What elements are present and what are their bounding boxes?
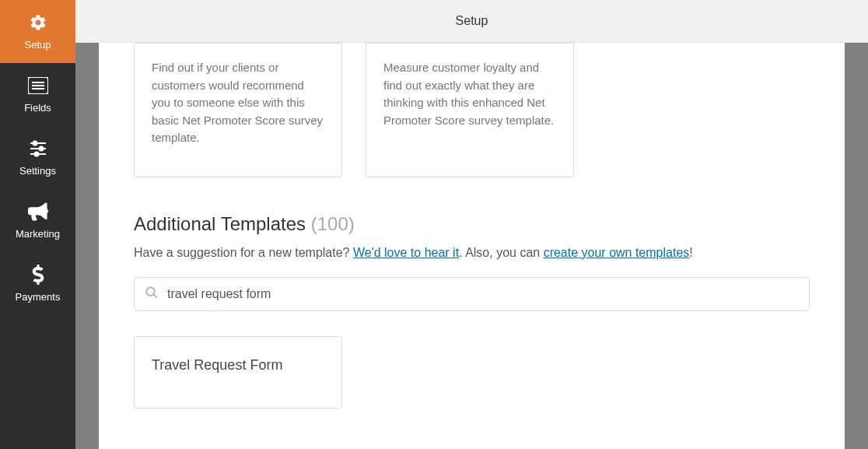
create-own-templates-link[interactable]: create your own templates (544, 246, 690, 259)
additional-templates-subtext: Have a suggestion for a new template? We… (134, 246, 810, 260)
suggestion-link[interactable]: We'd love to hear it (353, 246, 459, 259)
search-icon (145, 286, 159, 303)
gear-icon (28, 12, 48, 33)
template-card[interactable]: Measure customer loyalty and find out ex… (366, 43, 574, 177)
svg-line-11 (153, 294, 157, 298)
content-area: Find out if your clients or customers wo… (99, 43, 845, 449)
templates-count: (100) (311, 213, 355, 234)
template-card-description: Find out if your clients or customers wo… (152, 59, 324, 147)
sidebar-item-setup[interactable]: Setup (0, 0, 75, 63)
header: Setup (75, 0, 868, 43)
template-result-title: Travel Request Form (152, 357, 324, 374)
sliders-icon (28, 139, 48, 159)
gutter-left (75, 43, 99, 449)
list-icon (28, 75, 48, 96)
template-card[interactable]: Find out if your clients or customers wo… (134, 43, 342, 177)
sidebar-item-label: Fields (24, 102, 51, 114)
template-search (134, 277, 810, 311)
sidebar-item-payments[interactable]: Payments (0, 252, 75, 315)
svg-point-9 (34, 153, 38, 156)
template-result-card[interactable]: Travel Request Form (134, 336, 342, 409)
sidebar-item-fields[interactable]: Fields (0, 63, 75, 126)
sidebar-item-marketing[interactable]: Marketing (0, 189, 75, 252)
sidebar-item-settings[interactable]: Settings (0, 126, 75, 189)
gutter-right (845, 43, 868, 449)
svg-point-10 (146, 287, 155, 296)
template-search-input[interactable] (134, 277, 810, 311)
svg-point-7 (39, 147, 43, 151)
dollar-icon (28, 265, 48, 285)
sidebar: Setup Fields Settings Marketing Payments (0, 0, 75, 449)
sidebar-item-label: Settings (19, 165, 56, 177)
page-title: Setup (456, 14, 488, 28)
bullhorn-icon (28, 202, 48, 222)
additional-templates-heading: Additional Templates (100) (134, 213, 810, 235)
sidebar-item-label: Payments (16, 291, 61, 303)
sidebar-item-label: Setup (25, 39, 51, 51)
sidebar-item-label: Marketing (16, 228, 60, 240)
template-card-description: Measure customer loyalty and find out ex… (383, 59, 556, 129)
svg-point-5 (33, 142, 37, 146)
